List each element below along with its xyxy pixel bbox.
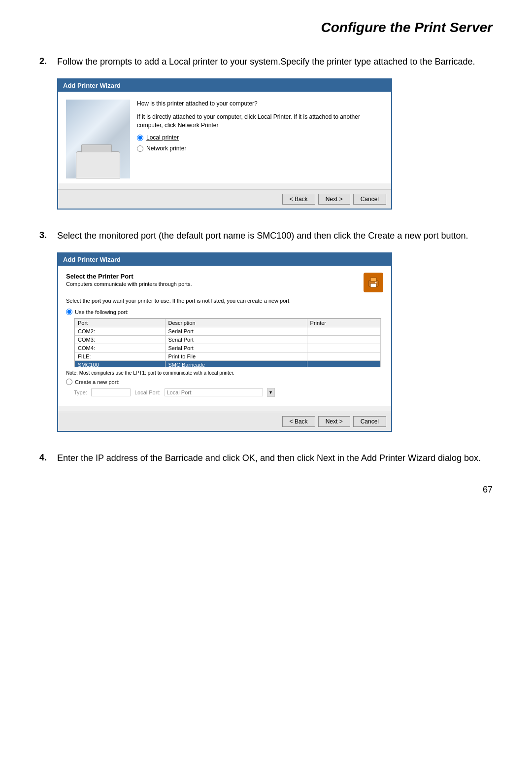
type-input[interactable]	[91, 388, 131, 396]
wizard1-right: How is this printer attached to your com…	[137, 100, 383, 178]
local-port-label: Local Port:	[134, 389, 161, 395]
wizard2-section-title: Select the Printer Port	[66, 273, 192, 280]
wizard2-title: Add Printer Wizard	[58, 253, 391, 266]
wizard1-next-button[interactable]: Next >	[318, 194, 350, 205]
wizard1-title: Add Printer Wizard	[58, 79, 391, 92]
wizard2-create-port-inputs: Type: Local Port: ▼	[74, 388, 383, 397]
local-port-input[interactable]	[165, 388, 263, 396]
wizard1-footer: < Back Next > Cancel	[58, 189, 391, 209]
page-title: Configure the Print Server	[39, 20, 493, 35]
table-row: FILE: Print to File	[75, 352, 381, 361]
wizard2-port-table: Port Description Printer COM2: Serial Po…	[74, 318, 381, 367]
printer-smc100	[307, 361, 380, 368]
printer-com4	[307, 344, 380, 352]
wizard1-local-printer-option[interactable]: Local printer	[137, 134, 383, 141]
svg-rect-2	[370, 283, 376, 287]
port-smc100: SMC100	[75, 361, 166, 368]
svg-point-3	[375, 282, 377, 283]
wizard2-create-port-radio[interactable]	[66, 379, 72, 385]
wizard1-back-button[interactable]: < Back	[282, 194, 315, 205]
wizard1-description: If it is directly attached to your compu…	[137, 113, 383, 130]
wizard2-back-button[interactable]: < Back	[282, 416, 315, 427]
wizard2-use-following-radio[interactable]	[66, 309, 72, 315]
table-row: COM4: Serial Port	[75, 344, 381, 352]
step-3-number: 3.	[39, 230, 57, 241]
wizard1-body: How is this printer attached to your com…	[58, 92, 391, 183]
wizard2-printer-icon	[364, 273, 383, 292]
desc-com4: Serial Port	[165, 344, 307, 352]
wizard2-next-button[interactable]: Next >	[318, 416, 350, 427]
wizard2-body: Select the Printer Port Computers commun…	[58, 266, 391, 406]
desc-file: Print to File	[165, 352, 307, 361]
col-description: Description	[165, 319, 307, 327]
wizard2-note: Note: Most computers use the LPT1: port …	[66, 370, 383, 376]
step-4-block: 4. Enter the IP address of the Barricade…	[39, 452, 493, 465]
desc-com2: Serial Port	[165, 327, 307, 336]
step-2-text: Follow the prompts to add a Local printe…	[57, 55, 493, 69]
type-label: Type:	[74, 389, 87, 395]
wizard2-header: Select the Printer Port Computers commun…	[66, 273, 383, 292]
step-3-text: Select the monitored port (the default p…	[57, 229, 493, 243]
port-com2: COM2:	[75, 327, 166, 336]
wizard1-network-printer-option[interactable]: Network printer	[137, 145, 383, 152]
wizard2-create-port-option[interactable]: Create a new port:	[66, 379, 383, 385]
port-com3: COM3:	[75, 336, 166, 344]
wizard2-container: Add Printer Wizard Select the Printer Po…	[57, 252, 392, 432]
table-row-selected[interactable]: SMC100 SMC Barricade	[75, 361, 381, 368]
wizard2-use-following-label: Use the following port:	[75, 309, 129, 315]
wizard2-footer: < Back Next > Cancel	[58, 412, 391, 431]
wizard2-cancel-button[interactable]: Cancel	[353, 416, 386, 427]
wizard1-local-printer-label: Local printer	[146, 134, 179, 141]
table-row: COM2: Serial Port	[75, 327, 381, 336]
wizard2-header-left: Select the Printer Port Computers commun…	[66, 273, 192, 287]
wizard1-network-printer-label: Network printer	[146, 145, 186, 152]
printer-illustration	[76, 151, 120, 178]
wizard2-section-desc: Computers communicate with printers thro…	[66, 281, 192, 287]
table-row: COM3: Serial Port	[75, 336, 381, 344]
wizard2-desc: Select the port you want your printer to…	[66, 297, 383, 305]
printer-com2	[307, 327, 380, 336]
wizard1-container: Add Printer Wizard How is this printer a…	[57, 78, 392, 210]
desc-com3: Serial Port	[165, 336, 307, 344]
col-printer: Printer	[307, 319, 380, 327]
printer-com3	[307, 336, 380, 344]
page-number: 67	[39, 485, 493, 495]
col-port: Port	[75, 319, 166, 327]
desc-smc100: SMC Barricade	[165, 361, 307, 368]
wizard1-local-printer-radio[interactable]	[137, 135, 143, 141]
wizard2-use-following-option[interactable]: Use the following port:	[66, 309, 383, 315]
wizard1-image	[66, 100, 130, 178]
step-3-block: 3. Select the monitored port (the defaul…	[39, 229, 493, 432]
wizard2-create-port-label: Create a new port:	[75, 379, 120, 385]
wizard1-question: How is this printer attached to your com…	[137, 100, 383, 108]
wizard1-radio-group: Local printer Network printer	[137, 134, 383, 152]
step-4-number: 4.	[39, 453, 57, 463]
step-4-text: Enter the IP address of the Barricade an…	[57, 452, 493, 465]
step-2-content: 2. Follow the prompts to add a Local pri…	[39, 55, 493, 210]
step-3-content: 3. Select the monitored port (the defaul…	[39, 229, 493, 432]
port-com4: COM4:	[75, 344, 166, 352]
step-4-content: 4. Enter the IP address of the Barricade…	[39, 452, 493, 465]
wizard1-cancel-button[interactable]: Cancel	[353, 194, 386, 205]
wizard1-network-printer-radio[interactable]	[137, 145, 143, 152]
dropdown-arrow-icon[interactable]: ▼	[267, 388, 275, 397]
step-2-number: 2.	[39, 56, 57, 67]
printer-file	[307, 352, 380, 361]
port-file: FILE:	[75, 352, 166, 361]
svg-rect-1	[370, 278, 376, 281]
step-2-block: 2. Follow the prompts to add a Local pri…	[39, 55, 493, 210]
wizard1-content: How is this printer attached to your com…	[66, 100, 383, 178]
wizard2-port-table-wrapper: Port Description Printer COM2: Serial Po…	[74, 318, 381, 367]
wizard1-image-inner	[66, 100, 130, 178]
